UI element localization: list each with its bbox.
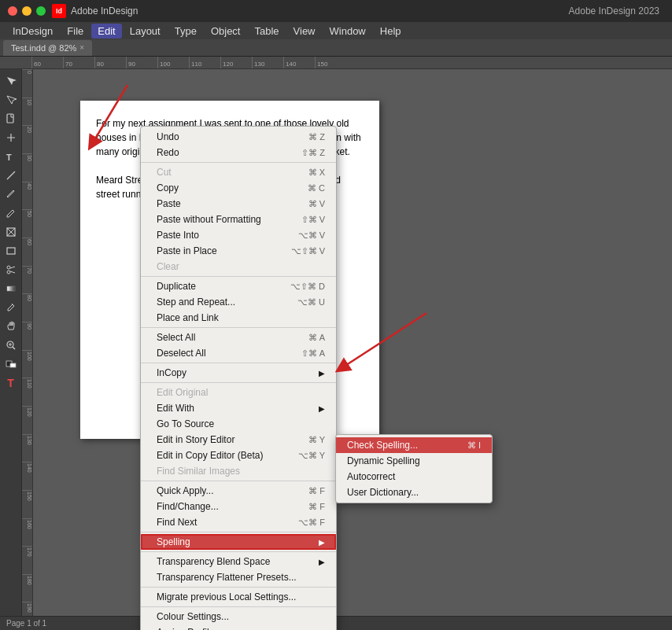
menu-item-spelling[interactable]: Spelling ▶	[141, 534, 336, 550]
menu-layout[interactable]: Layout	[124, 24, 167, 39]
menu-sep-3	[141, 327, 336, 328]
title-bar: Id Adobe InDesign Adobe InDesign 2023	[0, 0, 672, 22]
menu-item-edit-copy-editor[interactable]: Edit in Copy Editor (Beta) ⌥⌘ Y	[141, 448, 336, 463]
menu-item-transparency-blend[interactable]: Transparency Blend Space ▶	[141, 554, 336, 569]
text-tool[interactable]: T	[2, 148, 20, 165]
menu-item-paste[interactable]: Paste ⌘ V	[141, 196, 336, 212]
menu-item-colour-settings[interactable]: Colour Settings...	[141, 609, 336, 624]
menu-window[interactable]: Window	[323, 24, 372, 39]
menu-item-paste-into[interactable]: Paste Into ⌥⌘ V	[141, 227, 336, 243]
spelling-dynamic[interactable]: Dynamic Spelling	[336, 453, 492, 469]
svg-rect-11	[7, 286, 15, 291]
scissors-tool[interactable]	[2, 261, 20, 278]
zoom-tool[interactable]	[2, 337, 20, 354]
menu-item-redo[interactable]: Redo ⇧⌘ Z	[141, 145, 336, 160]
menu-item-deselect-all[interactable]: Deselect All ⇧⌘ A	[141, 345, 336, 361]
app-logo: Id	[52, 4, 66, 18]
close-button[interactable]	[8, 6, 17, 16]
menu-item-go-to-source[interactable]: Go To Source	[141, 416, 336, 432]
tab-test[interactable]: Test.indd @ 82% ×	[3, 40, 92, 56]
menu-sep-1	[141, 162, 336, 163]
ruler-mark: 130	[252, 57, 283, 68]
menu-item-incopy[interactable]: InCopy ▶	[141, 365, 336, 381]
spelling-check[interactable]: Check Spelling... ⌘ I	[336, 437, 492, 453]
menu-indesign[interactable]: InDesign	[6, 24, 59, 39]
menu-item-find-next[interactable]: Find Next ⌥⌘ F	[141, 514, 336, 530]
ruler-v-80: 80	[22, 293, 32, 322]
fill-stroke-indicator[interactable]	[2, 356, 20, 373]
page-tool[interactable]	[2, 110, 20, 127]
ruler-mark: 100	[157, 57, 189, 68]
menu-sep-6	[141, 481, 336, 481]
rectangle-tool[interactable]	[2, 242, 20, 260]
canvas-area[interactable]: For my next assignment I was sent to one…	[33, 69, 672, 630]
menu-bar: InDesign File Edit Layout Type Object Ta…	[0, 22, 672, 39]
menu-item-undo[interactable]: Undo ⌘ Z	[141, 129, 336, 145]
pencil-tool[interactable]	[2, 204, 20, 222]
menu-item-migrate[interactable]: Migrate previous Local Settings...	[141, 589, 336, 605]
menu-item-edit-story[interactable]: Edit in Story Editor ⌘ Y	[141, 432, 336, 448]
direct-selection-tool[interactable]	[2, 91, 20, 109]
pen-tool[interactable]	[2, 186, 20, 203]
menu-file[interactable]: File	[61, 24, 90, 39]
ruler-v-110: 110	[22, 378, 32, 406]
menu-item-paste-in-place[interactable]: Paste in Place ⌥⇧⌘ V	[141, 243, 336, 259]
menu-item-step-repeat[interactable]: Step and Repeat... ⌥⌘ U	[141, 294, 336, 310]
ruler-mark: 150	[315, 57, 346, 68]
menu-type[interactable]: Type	[168, 24, 203, 39]
minimize-button[interactable]	[22, 6, 31, 16]
menu-item-transparency-flattener[interactable]: Transparency Flattener Presets...	[141, 569, 336, 585]
menu-item-copy[interactable]: Copy ⌘ C	[141, 180, 336, 196]
menu-sep-5	[141, 382, 336, 383]
menu-view[interactable]: View	[287, 24, 322, 39]
menu-edit[interactable]: Edit	[91, 24, 121, 39]
tab-close-button[interactable]: ×	[79, 43, 84, 52]
window-title: Adobe InDesign 2023	[569, 6, 659, 17]
menu-help[interactable]: Help	[374, 24, 408, 39]
eyedropper-tool[interactable]	[2, 299, 20, 316]
gap-tool[interactable]	[2, 129, 20, 146]
menu-item-select-all[interactable]: Select All ⌘ A	[141, 330, 336, 345]
ruler-v-40: 40	[22, 182, 32, 210]
ruler-marks: 60 70 80 90 100 110 120 130 140 150	[31, 57, 346, 68]
line-tool[interactable]	[2, 167, 20, 184]
menu-item-cut[interactable]: Cut ⌘ X	[141, 164, 336, 180]
menu-table[interactable]: Table	[248, 24, 285, 39]
ruler-v-150: 150	[22, 490, 32, 518]
ruler-v-50: 50	[22, 209, 32, 238]
svg-point-7	[7, 266, 10, 269]
spelling-autocorrect[interactable]: Autocorrect	[336, 469, 492, 484]
rectangle-frame-tool[interactable]	[2, 223, 20, 241]
menu-object[interactable]: Object	[205, 24, 247, 39]
ruler-mark: 120	[220, 57, 252, 68]
selection-tool[interactable]	[2, 72, 20, 90]
hand-tool[interactable]	[2, 318, 20, 335]
menu-item-place-link[interactable]: Place and Link	[141, 310, 336, 326]
spelling-user-dictionary[interactable]: User Dictionary...	[336, 484, 492, 500]
edit-menu-dropdown: Undo ⌘ Z Redo ⇧⌘ Z Cut ⌘ X Copy ⌘ C Past…	[140, 126, 337, 630]
ruler-v-0: 0	[22, 69, 32, 98]
ruler-mark: 110	[189, 57, 220, 68]
ruler-v-10: 10	[22, 98, 32, 126]
menu-item-find-change[interactable]: Find/Change... ⌘ F	[141, 499, 336, 514]
app-name: Adobe InDesign	[71, 6, 138, 17]
menu-item-edit-with[interactable]: Edit With ▶	[141, 400, 336, 416]
menu-item-edit-original[interactable]: Edit Original	[141, 385, 336, 400]
menu-item-assign-profiles[interactable]: Assign Profiles...	[141, 624, 336, 630]
menu-item-find-similar[interactable]: Find Similar Images	[141, 463, 336, 479]
left-toolbar: T	[0, 69, 22, 630]
gradient-tool[interactable]	[2, 280, 20, 297]
ruler-vertical: 0 10 20 30 40 50 60 70 80 90 100 110 120…	[22, 69, 33, 630]
svg-line-13	[13, 347, 15, 349]
menu-item-clear[interactable]: Clear	[141, 259, 336, 274]
menu-sep-2	[141, 276, 336, 277]
svg-point-8	[7, 271, 10, 274]
menu-item-paste-without-formatting[interactable]: Paste without Formatting ⇧⌘ V	[141, 212, 336, 227]
menu-item-duplicate[interactable]: Duplicate ⌥⇧⌘ D	[141, 278, 336, 294]
maximize-button[interactable]	[36, 6, 46, 16]
menu-item-quick-apply[interactable]: Quick Apply... ⌘ F	[141, 483, 336, 499]
svg-rect-17	[10, 363, 16, 367]
menu-sep-4	[141, 363, 336, 363]
ruler-v-180: 180	[22, 574, 32, 602]
tab-label: Test.indd @ 82%	[11, 43, 76, 53]
